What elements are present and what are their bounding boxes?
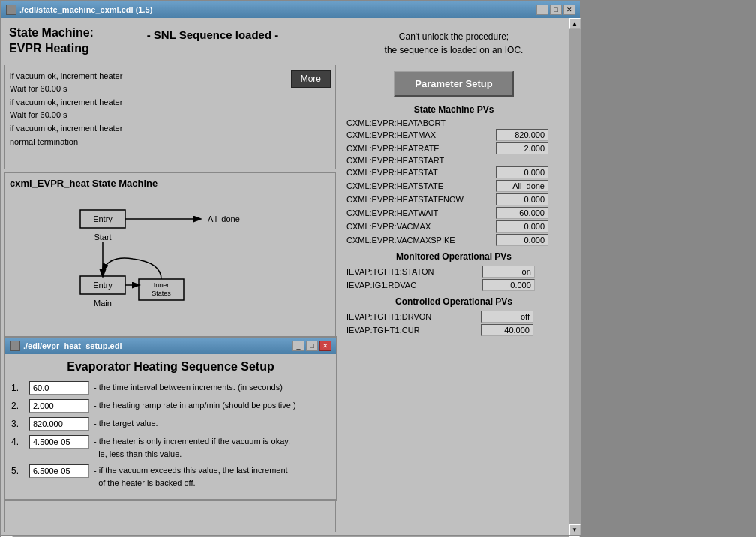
close-button[interactable]: ✕: [563, 4, 575, 15]
param-input-3[interactable]: [29, 417, 89, 430]
pv-name: CXML:EVPR:HEATSTART: [345, 155, 494, 166]
sm-pv-row: CXML:EVPR:HEATRATE2.000: [345, 142, 562, 155]
param-number-1: 1.: [11, 381, 25, 393]
pv-name: CXML:EVPR:VACMAX: [345, 220, 494, 233]
popup-minimize-button[interactable]: _: [292, 340, 304, 351]
sm-pv-row: CXML:EVPR:HEATSTART: [345, 155, 562, 166]
more-button[interactable]: More: [291, 70, 331, 88]
pv-name: IEVAP:TGHT1:STATON: [345, 265, 481, 278]
pv-value: on: [481, 265, 562, 278]
pv-name: CXML:EVPR:HEATABORT: [345, 118, 494, 128]
sm-pv-row: CXML:EVPR:HEATSTATENOW0.000: [345, 193, 562, 206]
pv-value: [494, 118, 562, 128]
pv-name: CXML:EVPR:HEATSTATENOW: [345, 193, 494, 206]
param-row-4: 4.- the heater is only incremented if th…: [11, 435, 330, 460]
pv-name: CXML:EVPR:HEATRATE: [345, 142, 494, 155]
param-number-4: 4.: [11, 435, 25, 447]
pv-name: IEVAP:TGHT1:DRVON: [345, 310, 479, 323]
sequence-panel: More if vacuum ok, increment heater Wait…: [4, 64, 336, 170]
param-input-4[interactable]: [29, 435, 89, 448]
parameter-setup-button[interactable]: Parameter Setup: [394, 70, 514, 97]
pv-name: CXML:EVPR:HEATWAIT: [345, 206, 494, 220]
monitored-pvs-table: IEVAP:TGHT1:STATONonIEVAP:IG1:RDVAC0.000: [345, 265, 562, 292]
param-row-3: 3.- the target value.: [11, 417, 330, 430]
popup-heading: Evaporator Heating Sequence Setup: [11, 360, 330, 374]
param-desc-5: - if the vacuum exceeds this value, the …: [94, 464, 330, 489]
controlled-pv-row: IEVAP:TGHT1:DRVONoff: [345, 310, 562, 323]
popup-title-bar: ./edl/evpr_heat_setup.edl _ □ ✕: [5, 338, 336, 354]
param-desc-4: - the heater is only incremented if the …: [94, 435, 330, 460]
sm-pv-row: CXML:EVPR:VACMAXSPIKE0.000: [345, 233, 562, 247]
state-machine-pvs-header: State Machine PVs: [345, 104, 562, 115]
pv-value: 40.000: [479, 323, 562, 337]
controlled-pvs-table: IEVAP:TGHT1:DRVONoffIEVAP:TGHT1:CUR40.00…: [345, 310, 562, 337]
controlled-pv-row: IEVAP:TGHT1:CUR40.000: [345, 323, 562, 337]
monitored-pv-row: IEVAP:IG1:RDVAC0.000: [345, 278, 562, 292]
scrollbar-right[interactable]: ▲ ▼: [568, 18, 580, 536]
sm-pv-row: CXML:EVPR:HEATMAX820.000: [345, 128, 562, 142]
svg-text:Start: Start: [94, 232, 111, 242]
pv-value: 2.000: [494, 142, 562, 155]
param-rows: 1.- the time interval between increments…: [11, 381, 330, 489]
popup-window-title: ./edl/evpr_heat_setup.edl: [23, 341, 122, 350]
scroll-track[interactable]: [569, 29, 580, 524]
app-icon: [6, 4, 16, 15]
main-window-title: ./edl/state_machine_cxml.edl (1.5): [20, 5, 152, 14]
right-panel: Can't unlock the procedure; the sequence…: [339, 18, 568, 536]
popup-close-button[interactable]: ✕: [320, 340, 332, 351]
controlled-pvs-header: Controlled Operational PVs: [345, 296, 562, 307]
popup-content: Evaporator Heating Sequence Setup 1.- th…: [5, 354, 336, 500]
pv-value: 0.000: [494, 220, 562, 233]
param-number-2: 2.: [11, 399, 25, 411]
sm-pv-row: CXML:EVPR:HEATABORT: [345, 118, 562, 128]
state-machine-title: State Machine: EVPR Heating: [9, 26, 94, 57]
pv-name: CXML:EVPR:HEATSTATE: [345, 179, 494, 193]
sm-pv-row: CXML:EVPR:HEATSTAT0.000: [345, 166, 562, 179]
sequence-line-5: if vacuum ok, increment heater: [10, 122, 331, 136]
minimize-button[interactable]: _: [536, 4, 548, 15]
sequence-line-3: if vacuum ok, increment heater: [10, 96, 331, 110]
param-desc-3: - the target value.: [94, 417, 330, 430]
param-input-1[interactable]: [29, 381, 89, 394]
diagram-title: cxml_EVPR_heat State Machine: [10, 178, 331, 189]
param-input-2[interactable]: [29, 399, 89, 412]
sm-pv-row: CXML:EVPR:HEATWAIT60.000: [345, 206, 562, 220]
controlled-pvs-section: Controlled Operational PVs IEVAP:TGHT1:D…: [345, 296, 562, 337]
sequence-line-6: normal termination: [10, 136, 331, 149]
scroll-down-arrow[interactable]: ▼: [569, 524, 580, 536]
cant-unlock-message: Can't unlock the procedure; the sequence…: [345, 24, 562, 63]
svg-text:States: States: [152, 290, 171, 297]
sm-pv-row: CXML:EVPR:VACMAX0.000: [345, 220, 562, 233]
param-row-5: 5.- if the vacuum exceeds this value, th…: [11, 464, 330, 489]
sequence-line-4: Wait for 60.00 s: [10, 109, 331, 122]
pv-value: 0.000: [494, 166, 562, 179]
svg-text:Main: Main: [94, 298, 112, 308]
svg-text:All_done: All_done: [208, 214, 240, 224]
monitored-pvs-header: Monitored Operational PVs: [345, 251, 562, 262]
maximize-button[interactable]: □: [550, 4, 562, 15]
monitored-pvs-section: Monitored Operational PVs IEVAP:TGHT1:ST…: [345, 251, 562, 292]
pv-value: All_done: [494, 179, 562, 193]
param-desc-2: - the heating ramp rate in amp/min (shou…: [94, 399, 330, 412]
param-input-5[interactable]: [29, 464, 89, 478]
pv-value: off: [479, 310, 562, 323]
state-diagram: Entry Start All_done Entry Main Inne: [10, 195, 331, 345]
snl-loaded-label: - SNL Sequence loaded -: [94, 26, 332, 41]
pv-name: IEVAP:IG1:RDVAC: [345, 278, 481, 292]
popup-app-icon: [10, 340, 20, 351]
pv-name: IEVAP:TGHT1:CUR: [345, 323, 479, 337]
param-row-1: 1.- the time interval between increments…: [11, 381, 330, 394]
pv-value: 0.000: [481, 278, 562, 292]
svg-text:Inner: Inner: [154, 281, 170, 289]
pv-name: CXML:EVPR:HEATSTAT: [345, 166, 494, 179]
popup-maximize-button[interactable]: □: [306, 340, 318, 351]
header-section: State Machine: EVPR Heating - SNL Sequen…: [4, 21, 336, 62]
monitored-pv-row: IEVAP:TGHT1:STATONon: [345, 265, 562, 278]
param-number-3: 3.: [11, 417, 25, 429]
state-machine-pvs-table: CXML:EVPR:HEATABORTCXML:EVPR:HEATMAX820.…: [345, 118, 562, 247]
pv-value: 60.000: [494, 206, 562, 220]
param-desc-1: - the time interval between increments. …: [94, 381, 330, 394]
pv-value: [494, 155, 562, 166]
state-machine-pvs-section: State Machine PVs CXML:EVPR:HEATABORTCXM…: [345, 104, 562, 247]
scroll-up-arrow[interactable]: ▲: [569, 18, 580, 29]
